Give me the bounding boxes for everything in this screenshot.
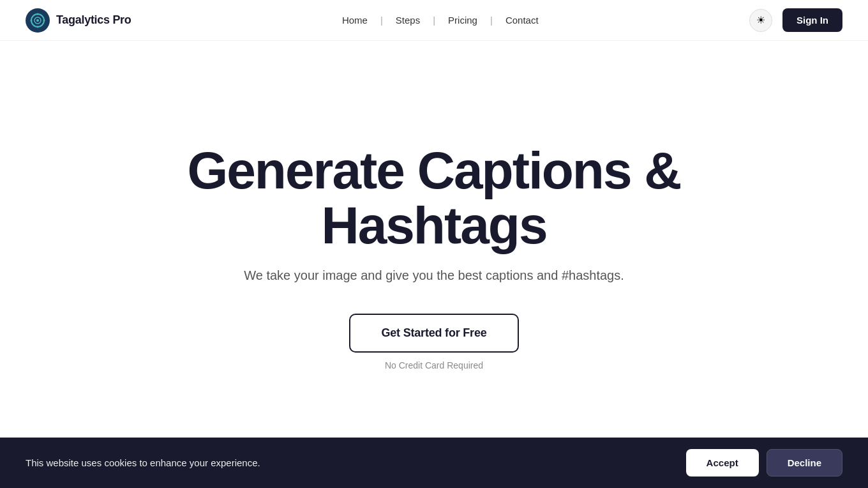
cookie-actions: Accept Decline	[686, 449, 842, 477]
svg-point-4	[37, 13, 39, 15]
cookie-decline-button[interactable]: Decline	[767, 449, 842, 477]
nav-home[interactable]: Home	[336, 11, 374, 29]
get-started-button[interactable]: Get Started for Free	[349, 314, 518, 353]
nav-sep-2: |	[431, 15, 437, 26]
sign-in-button[interactable]: Sign In	[782, 8, 842, 32]
logo-link[interactable]: Tagalytics Pro	[26, 8, 131, 33]
nav-sep-1: |	[379, 15, 384, 26]
nav-steps[interactable]: Steps	[389, 11, 426, 29]
cta-note: No Credit Card Required	[385, 360, 483, 370]
navbar: Tagalytics Pro Home | Steps | Pricing | …	[0, 0, 868, 41]
nav-pricing[interactable]: Pricing	[442, 11, 484, 29]
nav-links: Home | Steps | Pricing | Contact	[336, 11, 545, 29]
nav-sep-3: |	[489, 15, 494, 26]
svg-point-7	[43, 19, 45, 21]
nav-contact[interactable]: Contact	[499, 11, 545, 29]
nav-right: ☀ Sign In	[749, 8, 842, 32]
theme-toggle-button[interactable]: ☀	[749, 9, 772, 32]
cookie-accept-button[interactable]: Accept	[686, 449, 759, 477]
cookie-banner: This website uses cookies to enhance you…	[0, 438, 868, 488]
svg-point-5	[37, 26, 39, 27]
cookie-message: This website uses cookies to enhance you…	[26, 457, 260, 468]
hero-section: Generate Captions & Hashtags We take you…	[0, 0, 868, 488]
hero-title: Generate Captions & Hashtags	[83, 143, 785, 253]
svg-point-6	[31, 19, 33, 21]
logo-icon	[26, 8, 50, 33]
theme-icon: ☀	[756, 14, 765, 26]
svg-point-3	[36, 19, 39, 22]
cta-container: Get Started for Free No Credit Card Requ…	[349, 314, 518, 370]
brand-name: Tagalytics Pro	[56, 13, 131, 27]
hero-subtitle: We take your image and give you the best…	[244, 268, 624, 283]
